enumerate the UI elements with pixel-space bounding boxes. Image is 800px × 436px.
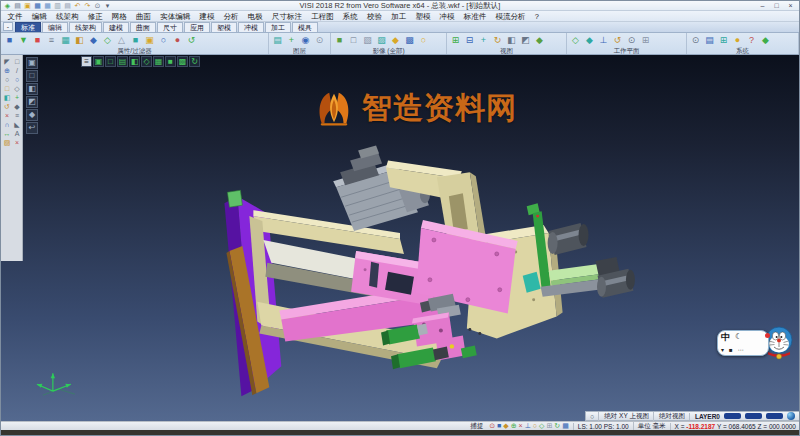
snap-center-icon[interactable]: ⊕ — [511, 422, 517, 430]
menu-standard-parts[interactable]: 标准件 — [459, 11, 491, 22]
menu-modeling[interactable]: 建模 — [195, 11, 219, 22]
ime-toolbar[interactable]: 中 ☾ ▾■⋯ — [717, 326, 794, 360]
save-all-icon[interactable]: ▦ — [43, 1, 52, 10]
undo-icon[interactable]: ↶ — [73, 1, 82, 10]
coordinate-mode-indicator[interactable]: 绝对视图 — [653, 412, 685, 421]
new-layer-icon[interactable]: + — [285, 34, 298, 47]
help-icon[interactable]: ? — [745, 34, 758, 47]
tab-application[interactable]: 应用 — [184, 22, 210, 32]
menu-surface[interactable]: 曲面 — [131, 11, 155, 22]
system-settings-icon[interactable]: ⊙ — [689, 34, 702, 47]
print-preview-icon[interactable]: ▤ — [63, 1, 72, 10]
zoom-window-icon[interactable]: ⊟ — [463, 34, 476, 47]
menu-moldflow[interactable]: 模流分析 — [491, 11, 530, 22]
redo-icon[interactable]: ↷ — [83, 1, 92, 10]
tab-dimension[interactable]: 尺寸 — [157, 22, 183, 32]
tab-modeling[interactable]: 建模 — [103, 22, 129, 32]
iso-view-icon[interactable]: ◆ — [533, 34, 546, 47]
tab-wireframe[interactable]: 线架构 — [69, 22, 102, 32]
globe-icon[interactable] — [787, 412, 795, 420]
linetype-icon[interactable]: ≡ — [45, 34, 58, 47]
ime-tool-icon[interactable]: ■ — [729, 347, 733, 354]
menu-machining[interactable]: 加工 — [387, 11, 411, 22]
snap-grid-icon[interactable]: ⊞ — [546, 422, 552, 430]
element-filter-icon[interactable]: ◆ — [87, 34, 100, 47]
ime-more-icon[interactable]: ⋯ — [738, 347, 744, 354]
database-icon[interactable]: ▤ — [703, 34, 716, 47]
hidden-line-icon[interactable]: ▧ — [361, 34, 374, 47]
snap-intersect-icon[interactable]: × — [519, 422, 523, 430]
top-view-icon[interactable]: ◩ — [519, 34, 532, 47]
menu-solid-edit[interactable]: 实体编辑 — [156, 11, 195, 22]
app-icon[interactable]: ◈ — [3, 1, 12, 10]
grid-toggle-icon[interactable]: ▦ — [562, 422, 569, 430]
color-swatch-icon[interactable]: ■ — [31, 34, 44, 47]
light-icon[interactable]: ○ — [417, 34, 430, 47]
snap-end-icon[interactable]: ■ — [497, 422, 501, 430]
menu-mesh[interactable]: 网格 — [107, 11, 131, 22]
curve-filter-icon[interactable]: ○ — [157, 34, 170, 47]
calculator-icon[interactable]: ⊞ — [717, 34, 730, 47]
shaded-view-icon[interactable]: ■ — [333, 34, 346, 47]
print-icon[interactable]: ▥ — [53, 1, 62, 10]
settings-icon[interactable]: ⊙ — [93, 1, 102, 10]
zoom-fit-icon[interactable]: ⊞ — [449, 34, 462, 47]
edge-filter-icon[interactable]: △ — [115, 34, 128, 47]
ime-mode-indicator[interactable]: 中 — [721, 332, 730, 342]
texture-icon[interactable]: ▩ — [403, 34, 416, 47]
wireframe-view-icon[interactable]: □ — [347, 34, 360, 47]
active-layer-indicator[interactable]: LAYER0 — [689, 413, 720, 420]
view-mode-indicator[interactable]: 绝对 XY 上视图 — [598, 412, 649, 421]
reset-filter-icon[interactable]: ↺ — [185, 34, 198, 47]
layer-settings-icon[interactable]: ⊙ — [313, 34, 326, 47]
layer-attr-icon[interactable]: ▦ — [59, 34, 72, 47]
align-plane-icon[interactable]: ◆ — [583, 34, 596, 47]
menu-dimension[interactable]: 尺寸标注 — [267, 11, 306, 22]
quick-access-dropdown-icon[interactable]: ▾ — [103, 1, 112, 10]
new-file-icon[interactable]: ▤ — [13, 1, 22, 10]
model-3d-assembly[interactable] — [1, 55, 799, 421]
moon-icon[interactable]: ☾ — [735, 332, 742, 342]
save-icon[interactable]: ▦ — [33, 1, 42, 10]
overlay-button-3[interactable] — [766, 413, 783, 419]
filter-icon[interactable]: ▼ — [17, 34, 30, 47]
layers-icon[interactable]: ▤ — [271, 34, 284, 47]
search-icon[interactable]: ○ — [590, 413, 594, 420]
transparency-icon[interactable]: ▨ — [375, 34, 388, 47]
overlay-button-1[interactable] — [724, 413, 741, 419]
tab-surface[interactable]: 曲面 — [130, 22, 156, 32]
pan-icon[interactable]: + — [477, 34, 490, 47]
maximize-button[interactable]: □ — [770, 1, 783, 10]
ime-dropdown-icon[interactable]: ▾ — [721, 347, 724, 354]
overlay-button-2[interactable] — [745, 413, 762, 419]
select-color-icon[interactable]: ◧ — [73, 34, 86, 47]
menu-drawing[interactable]: 工程图 — [307, 11, 339, 22]
ime-pill[interactable]: 中 ☾ ▾■⋯ — [717, 330, 769, 356]
layer-visibility-icon[interactable]: ◉ — [299, 34, 312, 47]
refresh-icon[interactable]: ↻ — [554, 422, 560, 430]
point-filter-icon[interactable]: ● — [171, 34, 184, 47]
rotate-view-icon[interactable]: ↻ — [491, 34, 504, 47]
menu-edit[interactable]: 编辑 — [27, 11, 51, 22]
tab-tooling[interactable]: 模具 — [292, 22, 318, 32]
viewport-3d[interactable]: ◤□⊕/○○□◇◧+↺◆×≡∩◣↔A▨× ▣□◧◩◆↩ ≡▣□▤◧◇▦■▩↻ 智… — [1, 55, 799, 421]
attr-pencil-icon[interactable]: ■ — [3, 34, 16, 47]
surface-filter-icon[interactable]: ▣ — [143, 34, 156, 47]
menu-wireframe[interactable]: 线架构 — [51, 11, 83, 22]
snap-perpendicular-icon[interactable]: ⊥ — [525, 422, 531, 430]
snap-quadrant-icon[interactable]: ◇ — [539, 422, 544, 430]
render-icon[interactable]: ◆ — [389, 34, 402, 47]
tab-mold[interactable]: 塑模 — [211, 22, 237, 32]
plane-grid-icon[interactable]: ⊞ — [639, 34, 652, 47]
macro-icon[interactable]: ◆ — [759, 34, 772, 47]
menu-electrode[interactable]: 电极 — [243, 11, 267, 22]
tab-standard[interactable]: 标准 — [15, 22, 41, 32]
workplane-icon[interactable]: ◇ — [569, 34, 582, 47]
face-filter-icon[interactable]: ◇ — [101, 34, 114, 47]
close-button[interactable]: × — [784, 1, 797, 10]
snap-free-icon[interactable]: ⊙ — [489, 422, 495, 430]
info-icon[interactable]: ● — [731, 34, 744, 47]
menu-mold[interactable]: 塑模 — [411, 11, 435, 22]
menu-analysis[interactable]: 分析 — [219, 11, 243, 22]
tab-machining[interactable]: 加工 — [265, 22, 291, 32]
